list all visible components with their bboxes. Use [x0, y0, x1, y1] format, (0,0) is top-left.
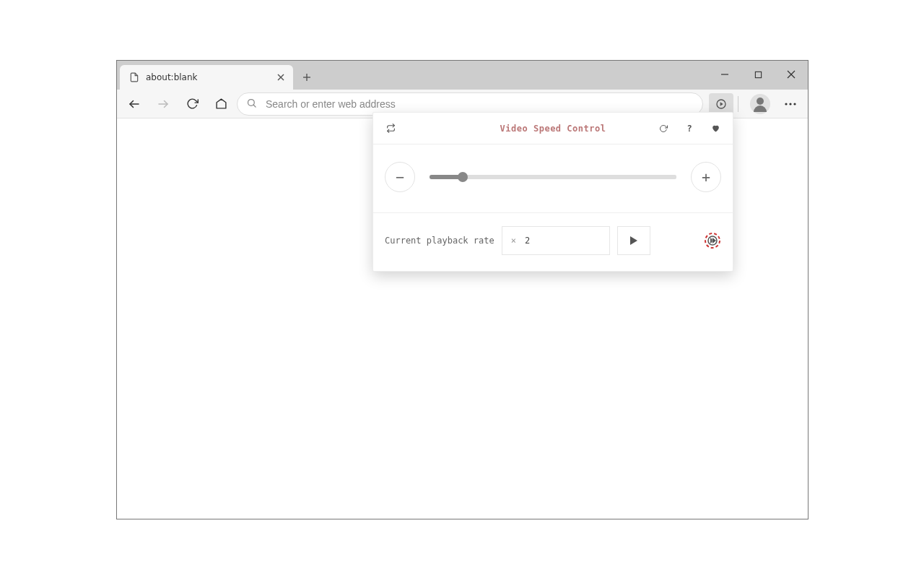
toolbar-separator [738, 96, 738, 112]
window-controls [708, 61, 808, 90]
favorite-icon[interactable] [710, 123, 721, 134]
svg-point-14 [785, 103, 787, 105]
rate-label: Current playback rate [385, 236, 494, 246]
tab-strip: about:blank [117, 61, 808, 90]
back-button[interactable] [121, 92, 147, 116]
maximize-button[interactable] [741, 61, 775, 88]
rate-prefix: × [511, 236, 516, 246]
help-icon[interactable]: ? [684, 123, 695, 134]
svg-point-15 [789, 103, 791, 105]
popup-footer: Current playback rate × [373, 213, 733, 271]
close-window-button[interactable] [775, 61, 808, 88]
extension-button-video-speed[interactable] [709, 93, 733, 115]
loop-icon[interactable] [385, 123, 396, 134]
home-button[interactable] [208, 92, 234, 116]
reload-button[interactable] [179, 92, 205, 116]
close-tab-button[interactable] [274, 71, 287, 84]
address-input[interactable] [264, 98, 694, 111]
svg-point-16 [793, 103, 796, 105]
tab-title: about:blank [146, 72, 274, 82]
extension-popup: Video Speed Control ? − + Current playba… [372, 112, 733, 272]
extension-logo-icon [704, 232, 721, 249]
reload-icon[interactable] [658, 123, 669, 134]
svg-marker-20 [710, 238, 712, 243]
increase-speed-button[interactable]: + [691, 162, 721, 192]
svg-marker-21 [712, 238, 716, 243]
profile-avatar[interactable] [750, 94, 770, 114]
forward-button[interactable] [150, 92, 176, 116]
svg-marker-17 [630, 236, 637, 245]
svg-marker-13 [720, 102, 723, 105]
apply-rate-button[interactable] [617, 226, 650, 255]
tab-about-blank[interactable]: about:blank [120, 65, 293, 90]
rate-input[interactable] [523, 235, 601, 246]
search-icon [246, 98, 257, 111]
svg-line-11 [253, 105, 256, 107]
popup-body: − + [373, 144, 733, 213]
svg-rect-5 [755, 72, 761, 77]
popup-header: Video Speed Control ? [373, 113, 733, 144]
browser-window: about:blank [116, 60, 808, 519]
new-tab-button[interactable] [296, 66, 318, 88]
rate-input-container: × [502, 226, 610, 255]
page-icon [128, 72, 140, 83]
speed-slider[interactable] [430, 175, 676, 179]
minimize-button[interactable] [708, 61, 741, 88]
decrease-speed-button[interactable]: − [385, 162, 415, 192]
more-menu-button[interactable] [777, 92, 803, 116]
